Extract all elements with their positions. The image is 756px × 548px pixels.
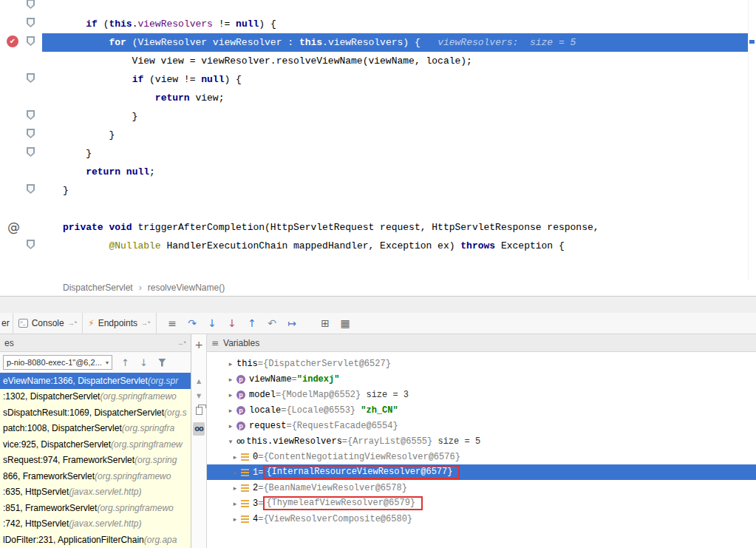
frame-location: sDispatchResult:1069, DispatcherServlet bbox=[3, 407, 164, 418]
copy-watch-icon[interactable] bbox=[196, 407, 202, 415]
variable-value: {ModelMap@6552} size = 3 bbox=[281, 390, 409, 400]
filter-frames-icon[interactable] bbox=[158, 359, 166, 367]
breadcrumb-separator-icon: › bbox=[139, 283, 142, 293]
variable-row[interactable]: ▸0 = {ContentNegotiatingViewResolver@657… bbox=[207, 449, 756, 464]
chevron-right-icon[interactable]: ▸ bbox=[229, 500, 241, 507]
chevron-right-icon[interactable]: ▸ bbox=[225, 360, 236, 368]
chevron-right-icon[interactable]: ▸ bbox=[225, 376, 236, 383]
run-to-cursor-icon[interactable]: ↦ bbox=[282, 317, 302, 329]
layout-settings-icon[interactable]: ▦ bbox=[336, 317, 355, 329]
frame-row[interactable]: sDispatchResult:1069, DispatcherServlet … bbox=[0, 405, 191, 421]
variable-row[interactable]: ▸pviewName = "indexj" bbox=[207, 371, 756, 387]
frame-row[interactable]: sRequest:974, FrameworkServlet (org.spri… bbox=[0, 453, 191, 469]
frame-row[interactable]: :851, FrameworkServlet (org.springframew… bbox=[0, 500, 191, 516]
show-watches-icon[interactable]: oo bbox=[193, 422, 205, 436]
variables-panel: ≡ Variables ▸this = {DispatcherServlet@6… bbox=[207, 334, 756, 548]
variables-header-label: Variables bbox=[223, 338, 259, 348]
table-view-icon[interactable]: ⊞ bbox=[316, 317, 336, 329]
frame-location: :742, HttpServlet bbox=[3, 518, 69, 529]
variable-value: {ViewResolverComposite@6580} bbox=[263, 514, 412, 524]
step-over-icon[interactable]: ↷ bbox=[183, 317, 202, 329]
move-watch-down-icon[interactable]: ▼ bbox=[197, 390, 201, 402]
frame-up-icon[interactable]: ↑ bbox=[121, 357, 129, 368]
watch-glasses-icon: oo bbox=[236, 437, 244, 445]
add-watch-icon[interactable]: + bbox=[194, 339, 203, 351]
value-part: {BeanNameViewResolver@6578} bbox=[263, 483, 406, 493]
thread-selector[interactable]: p-nio-8080-exec-1"@6,2... ▾ bbox=[3, 355, 112, 370]
frame-row[interactable]: :1302, DispatcherServlet (org.springfram… bbox=[0, 389, 191, 405]
code-line bbox=[0, 200, 748, 218]
bookmark-icon[interactable] bbox=[27, 0, 35, 9]
variable-value: {DispatcherServlet@6527} bbox=[263, 359, 391, 369]
frames-header: es →* bbox=[0, 334, 191, 352]
value-part: {ThymeleafViewResolver@6579} bbox=[266, 498, 415, 508]
current-execution-line: for (ViewResolver viewResolver : this.vi… bbox=[0, 33, 748, 52]
tab-label: er bbox=[1, 318, 10, 328]
variable-row[interactable]: ▸4 = {ViewResolverComposite@6580} bbox=[207, 511, 756, 527]
variable-row[interactable]: ▸2 = {BeanNameViewResolver@6578} bbox=[207, 480, 756, 495]
endpoints-icon: ⚡ bbox=[88, 318, 94, 328]
frame-location: 866, FrameworkServlet bbox=[3, 471, 95, 481]
frame-row[interactable]: :742, HttpServlet (javax.servlet.http) bbox=[0, 516, 191, 532]
code-line: if (view != null) { bbox=[0, 70, 748, 89]
debug-toolwindow-header bbox=[0, 296, 756, 313]
chevron-down-icon: ▾ bbox=[106, 359, 109, 366]
tab-console[interactable]: Console →* bbox=[13, 313, 84, 334]
code-line: return null; bbox=[0, 163, 748, 181]
frame-row[interactable]: eViewName:1366, DispatcherServlet (org.s… bbox=[0, 373, 191, 389]
chevron-right-icon[interactable]: ▸ bbox=[229, 515, 241, 523]
panel-options-icon[interactable]: →* bbox=[177, 339, 186, 347]
frame-row[interactable]: :635, HttpServlet (javax.servlet.http) bbox=[0, 484, 191, 501]
variable-row[interactable]: ▸1 = {InternalResourceViewResolver@6577} bbox=[207, 464, 756, 480]
frame-row[interactable]: vice:925, DispatcherServlet (org.springf… bbox=[0, 436, 191, 453]
chevron-right-icon[interactable]: ▸ bbox=[229, 453, 241, 461]
variable-row[interactable]: ▸prequest = {RequestFacade@6554} bbox=[207, 418, 756, 433]
variable-row[interactable]: ▸pmodel = {ModelMap@6552} size = 3 bbox=[207, 387, 756, 402]
chevron-down-icon[interactable]: ▾ bbox=[225, 438, 236, 445]
step-into-icon[interactable]: ↓ bbox=[202, 317, 222, 329]
equals-sign: = bbox=[286, 421, 291, 431]
variable-name: this.viewResolvers bbox=[246, 436, 342, 447]
variable-name: request bbox=[249, 421, 286, 431]
frame-package: (org.spring bbox=[134, 455, 177, 465]
equals-sign: = bbox=[258, 452, 263, 462]
variables-menu-icon[interactable]: ≡ bbox=[211, 338, 219, 348]
breadcrumb-class[interactable]: DispatcherServlet bbox=[63, 283, 133, 293]
variable-row[interactable]: ▸this = {DispatcherServlet@6527} bbox=[207, 356, 756, 371]
step-out-icon[interactable]: ↑ bbox=[242, 317, 262, 329]
tab-debugger-partial[interactable]: er bbox=[0, 313, 13, 334]
equals-sign: = bbox=[258, 467, 263, 478]
move-watch-up-icon[interactable]: ▲ bbox=[197, 376, 201, 388]
frame-package: (org.apa bbox=[144, 535, 177, 545]
variable-row[interactable]: ▸plocale = {Locale@6553} "zh_CN" bbox=[207, 402, 756, 418]
chevron-right-icon[interactable]: ▸ bbox=[225, 391, 236, 399]
code-editor[interactable]: ✔@ if (this.viewResolvers != null) { for… bbox=[0, 0, 756, 280]
frame-package: (org.springframewo bbox=[100, 391, 176, 402]
chevron-right-icon[interactable]: ▸ bbox=[229, 484, 241, 492]
value-part: "zh_CN" bbox=[355, 405, 398, 416]
frame-location: :851, FrameworkServlet bbox=[3, 503, 97, 513]
drop-frame-icon[interactable]: ↶ bbox=[262, 317, 282, 329]
tab-endpoints[interactable]: ⚡ Endpoints →* bbox=[83, 313, 156, 334]
editor-scrollbar[interactable] bbox=[748, 0, 756, 280]
frame-row[interactable]: lDoFilter:231, ApplicationFilterChain (o… bbox=[0, 532, 191, 548]
scrollbar-current-line-marker[interactable] bbox=[749, 40, 755, 44]
variable-value: {RequestFacade@6554} bbox=[292, 421, 398, 431]
restore-layout-icon[interactable]: ≡ bbox=[163, 317, 183, 329]
frame-row[interactable]: 866, FrameworkServlet (org.springframewo bbox=[0, 468, 191, 484]
force-step-into-icon[interactable]: ↓ bbox=[222, 317, 242, 329]
frame-down-icon[interactable]: ↓ bbox=[140, 357, 148, 368]
frame-location: vice:925, DispatcherServlet bbox=[3, 439, 111, 450]
annotation-box: {ThymeleafViewResolver@6579} bbox=[263, 496, 423, 510]
variable-row[interactable]: ▾oothis.viewResolvers = {ArrayList@6555}… bbox=[207, 433, 756, 449]
value-part: {ModelMap@6552} bbox=[281, 390, 361, 400]
frame-row[interactable]: patch:1008, DispatcherServlet (org.sprin… bbox=[0, 421, 191, 437]
chevron-right-icon[interactable]: ▸ bbox=[229, 469, 241, 476]
frame-location: :635, HttpServlet bbox=[3, 487, 69, 497]
value-part: size = 3 bbox=[361, 390, 409, 400]
chevron-right-icon[interactable]: ▸ bbox=[225, 407, 236, 414]
frames-toolbar: ↑↓ bbox=[121, 357, 166, 368]
breadcrumb-method[interactable]: resolveViewName() bbox=[148, 283, 225, 293]
chevron-right-icon[interactable]: ▸ bbox=[225, 422, 236, 430]
variable-row[interactable]: ▸3 = {ThymeleafViewResolver@6579} bbox=[207, 495, 756, 511]
